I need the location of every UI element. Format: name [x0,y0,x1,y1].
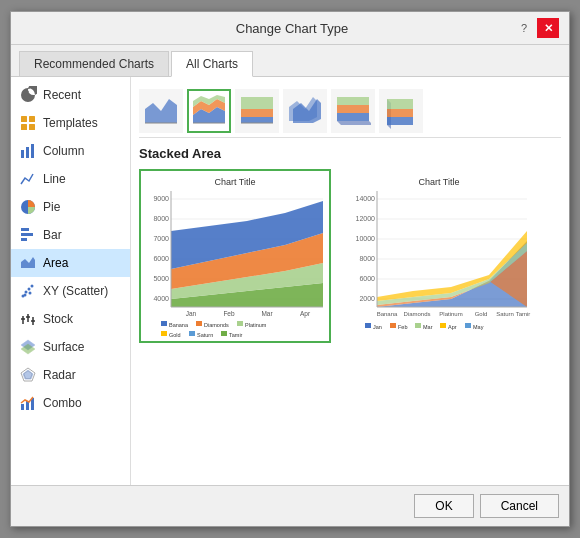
svg-rect-29 [21,404,24,410]
svg-marker-47 [337,121,371,125]
svg-text:6000: 6000 [359,275,375,282]
cancel-button[interactable]: Cancel [480,494,559,518]
sidebar-item-xy[interactable]: XY (Scatter) [11,277,130,305]
sidebar-item-pie[interactable]: Pie [11,193,130,221]
chart-icon-3d-100-stacked-area[interactable] [379,89,423,133]
svg-text:2000: 2000 [359,295,375,302]
svg-text:6000: 6000 [153,255,169,262]
svg-marker-28 [23,370,33,379]
sidebar-item-templates[interactable]: Templates [11,109,130,137]
svg-marker-46 [337,97,369,105]
sidebar-label-radar: Radar [43,368,76,382]
svg-text:May: May [473,324,484,330]
templates-icon [19,114,37,132]
svg-rect-79 [237,321,243,326]
svg-text:Tamir: Tamir [229,332,243,338]
sidebar-label-area: Area [43,256,68,270]
svg-rect-38 [241,117,273,123]
svg-rect-81 [161,331,167,336]
pie-icon [19,198,37,216]
svg-text:Diamonds: Diamonds [403,311,430,317]
tab-all-charts[interactable]: All Charts [171,51,253,77]
svg-text:9000: 9000 [153,195,169,202]
tab-bar: Recommended Charts All Charts [11,45,569,77]
dialog-footer: OK Cancel [11,485,569,526]
tab-recommended[interactable]: Recommended Charts [19,51,169,76]
svg-text:8000: 8000 [153,215,169,222]
sidebar-item-stock[interactable]: Stock [11,305,130,333]
svg-text:Gold: Gold [169,332,181,338]
svg-rect-83 [189,331,195,336]
chart-icon-area[interactable] [139,89,183,133]
sidebar-item-line[interactable]: Line [11,165,130,193]
change-chart-type-dialog: Change Chart Type ? ✕ Recommended Charts… [10,11,570,527]
sidebar-item-surface[interactable]: Surface [11,333,130,361]
dialog-content: Recent Templates Column [11,77,569,485]
svg-point-16 [24,294,27,297]
svg-text:8000: 8000 [359,255,375,262]
svg-rect-5 [26,147,29,158]
sidebar-item-area[interactable]: Area [11,249,130,277]
svg-text:Banana: Banana [377,311,398,317]
sidebar-item-recent[interactable]: Recent [11,81,130,109]
area-icon [19,254,37,272]
surface-icon [19,338,37,356]
main-panel: Stacked Area Chart Title 9000 8000 7000 … [131,77,569,485]
sidebar-label-xy: XY (Scatter) [43,284,108,298]
scatter-icon [19,282,37,300]
svg-rect-49 [387,117,413,125]
close-button[interactable]: ✕ [537,18,559,38]
chart-preview-2[interactable]: Chart Title 14000 12000 10000 8000 6000 … [343,169,535,343]
chart-icon-stacked-area[interactable] [187,89,231,133]
sidebar-item-bar[interactable]: Bar [11,221,130,249]
sidebar-label-templates: Templates [43,116,98,130]
svg-marker-45 [337,105,369,113]
svg-rect-39 [241,109,273,117]
svg-text:Saturn: Saturn [496,311,514,317]
svg-text:7000: 7000 [153,235,169,242]
svg-rect-51 [387,99,413,109]
svg-text:Apr: Apr [448,324,457,330]
sidebar-label-combo: Combo [43,396,82,410]
chart-icon-3d-stacked-area[interactable] [331,89,375,133]
svg-rect-118 [440,323,446,328]
sidebar-item-radar[interactable]: Radar [11,361,130,389]
svg-rect-3 [29,124,35,130]
svg-rect-0 [21,116,27,122]
svg-text:5000: 5000 [153,275,169,282]
chart-icon-100-stacked-area[interactable] [235,89,279,133]
svg-text:Mar: Mar [261,310,273,317]
svg-rect-6 [31,144,34,158]
svg-text:Gold: Gold [475,311,488,317]
svg-marker-43 [289,97,317,121]
sidebar-item-column[interactable]: Column [11,137,130,165]
ok-button[interactable]: OK [414,494,473,518]
help-button[interactable]: ? [513,18,535,38]
svg-rect-40 [241,97,273,109]
svg-text:Feb: Feb [223,310,235,317]
chart-preview-1[interactable]: Chart Title 9000 8000 7000 6000 5000 400… [139,169,331,343]
recent-icon [19,86,37,104]
radar-icon [19,366,37,384]
svg-rect-10 [21,238,27,241]
title-bar: Change Chart Type ? ✕ [11,12,569,45]
svg-text:14000: 14000 [356,195,376,202]
svg-text:10000: 10000 [356,235,376,242]
svg-point-14 [28,288,31,291]
svg-text:Mar: Mar [423,324,433,330]
combo-icon [19,394,37,412]
dialog-title: Change Chart Type [71,21,513,36]
svg-text:Chart Title: Chart Title [214,177,255,187]
title-bar-controls: ? ✕ [513,18,559,38]
sidebar-item-combo[interactable]: Combo [11,389,130,417]
chart-type-sidebar: Recent Templates Column [11,77,131,485]
svg-text:Apr: Apr [300,310,311,318]
svg-rect-8 [21,228,29,231]
svg-text:Tamir: Tamir [516,311,531,317]
stock-icon [19,310,37,328]
chart-icon-3d-area[interactable] [283,89,327,133]
svg-marker-44 [337,113,369,121]
chart-previews: Chart Title 9000 8000 7000 6000 5000 400… [139,169,561,343]
svg-text:Feb: Feb [398,324,407,330]
svg-text:Chart Title: Chart Title [418,177,459,187]
